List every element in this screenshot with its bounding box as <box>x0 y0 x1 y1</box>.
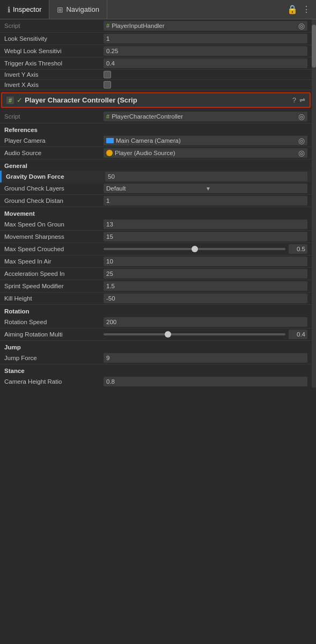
camera-height-ratio-value[interactable]: 0.8 <box>104 377 307 386</box>
kill-height-row: Kill Height -50 <box>0 292 312 305</box>
max-speed-air-value[interactable]: 10 <box>104 257 307 266</box>
webgl-sensitivity-label: Webgl Look Sensitivi <box>4 48 104 54</box>
script-label-pcc: Script <box>4 113 104 120</box>
jump-force-value[interactable]: 9 <box>104 353 307 363</box>
player-camera-label: Player Camera <box>4 137 104 144</box>
camera-icon <box>106 138 114 143</box>
invert-y-row: Invert Y Axis <box>0 70 312 80</box>
navigation-icon: ⊞ <box>57 5 63 14</box>
movement-header: Movement <box>0 207 312 218</box>
max-speed-air-label: Max Speed In Air <box>4 258 104 265</box>
audio-target-icon[interactable]: ◎ <box>298 149 305 157</box>
script-row-pcc: Script # PlayerCharacterController ◎ <box>0 110 312 123</box>
movement-sharpness-row: Movement Sharpness 15 <box>0 231 312 243</box>
audio-source-value[interactable]: Player (Audio Source) ◎ <box>104 148 307 158</box>
player-camera-row: Player Camera Main Camera (Camera) ◎ <box>0 135 312 147</box>
references-header: References <box>0 123 312 135</box>
trigger-axis-value[interactable]: 0.4 <box>104 58 307 68</box>
ground-check-distance-label: Ground Check Distan <box>4 197 104 204</box>
ground-check-layers-value: Default <box>106 185 205 192</box>
help-icon[interactable]: ? <box>292 96 296 104</box>
scrollbar-thumb[interactable] <box>312 25 316 68</box>
invert-x-row: Invert X Axis <box>0 80 312 90</box>
stance-header: Stance <box>0 364 312 376</box>
jump-force-label: Jump Force <box>4 355 104 361</box>
player-camera-ref-text: Main Camera (Camera) <box>116 137 181 144</box>
target-icon-input[interactable]: ◎ <box>298 21 305 30</box>
aiming-rotation-slider[interactable] <box>104 333 285 335</box>
camera-target-icon[interactable]: ◎ <box>298 136 305 145</box>
inspector-content-wrapper: Script # PlayerInputHandler ◎ Look Sensi… <box>0 19 316 387</box>
ground-check-distance-value[interactable]: 1 <box>104 196 307 206</box>
component-enabled-checkbox[interactable]: ✓ <box>17 96 23 104</box>
audio-source-ref-text: Player (Audio Source) <box>115 150 175 156</box>
tab-navigation-label: Navigation <box>66 5 99 13</box>
rotation-speed-value[interactable]: 200 <box>104 317 307 327</box>
camera-height-ratio-label: Camera Height Ratio <box>4 378 104 385</box>
sprint-speed-value[interactable]: 1.5 <box>104 281 307 291</box>
tab-actions: 🔒 ⋮ <box>287 4 316 14</box>
max-speed-ground-label: Max Speed On Groun <box>4 221 104 228</box>
script-value-input[interactable]: # PlayerInputHandler ◎ <box>104 21 307 31</box>
target-icon-pcc[interactable]: ◎ <box>298 112 305 121</box>
kill-height-value[interactable]: -50 <box>104 294 307 303</box>
player-camera-value[interactable]: Main Camera (Camera) ◎ <box>104 136 307 145</box>
webgl-sensitivity-row: Webgl Look Sensitivi 0.25 <box>0 45 312 57</box>
audio-icon <box>106 150 113 156</box>
max-speed-ground-value[interactable]: 13 <box>104 219 307 229</box>
inspector-icon: ℹ <box>8 5 10 14</box>
component-title: Player Character Controller (Scrip <box>25 96 292 104</box>
menu-icon[interactable]: ⋮ <box>302 4 311 14</box>
lock-icon[interactable]: 🔒 <box>287 4 298 14</box>
acceleration-speed-value[interactable]: 25 <box>104 269 307 279</box>
webgl-sensitivity-value[interactable]: 0.25 <box>104 46 307 56</box>
max-speed-air-row: Max Speed In Air 10 <box>0 255 312 268</box>
max-speed-crouched-row: Max Speed Crouched <box>0 243 312 255</box>
general-header: General <box>0 159 312 171</box>
max-speed-crouched-slider-value[interactable] <box>289 244 307 254</box>
gravity-down-force-label: Gravity Down Force <box>6 173 105 180</box>
max-speed-crouched-slider[interactable] <box>104 248 285 250</box>
tab-navigation[interactable]: ⊞ Navigation <box>49 0 107 19</box>
invert-x-label: Invert X Axis <box>4 82 104 88</box>
gravity-down-force-value[interactable]: 50 <box>105 172 307 181</box>
rotation-header: Rotation <box>0 305 312 316</box>
sprint-speed-row: Sprint Speed Modifier 1.5 <box>0 280 312 292</box>
max-speed-crouched-label: Max Speed Crouched <box>4 246 104 252</box>
kill-height-label: Kill Height <box>4 295 104 302</box>
look-sensitivity-row: Look Sensitivity 1 <box>0 33 312 45</box>
aiming-rotation-slider-value[interactable] <box>289 330 307 339</box>
script-value-pcc[interactable]: # PlayerCharacterController ◎ <box>104 112 307 121</box>
scrollbar[interactable] <box>312 19 316 387</box>
component-hash-icon: # <box>6 97 14 104</box>
aiming-rotation-label: Aiming Rotation Multi <box>4 331 104 338</box>
script-name-pcc: PlayerCharacterController <box>112 113 183 120</box>
sprint-speed-label: Sprint Speed Modifier <box>4 283 104 289</box>
player-character-controller-header[interactable]: # ✓ Player Character Controller (Scrip ?… <box>1 92 311 108</box>
component-header-actions: ? ⇌ <box>292 96 305 104</box>
script-label-input: Script <box>4 23 104 29</box>
jump-force-row: Jump Force 9 <box>0 352 312 364</box>
tab-bar: ℹ Inspector ⊞ Navigation 🔒 ⋮ <box>0 0 316 19</box>
audio-source-label: Audio Source <box>4 150 104 156</box>
audio-source-row: Audio Source Player (Audio Source) ◎ <box>0 147 312 159</box>
movement-sharpness-value[interactable]: 15 <box>104 232 307 241</box>
tab-inspector[interactable]: ℹ Inspector <box>0 0 49 19</box>
acceleration-speed-label: Acceleration Speed In <box>4 270 104 277</box>
ground-check-layers-dropdown[interactable]: Default ▼ <box>104 184 307 193</box>
ground-check-layers-row: Ground Check Layers Default ▼ <box>0 182 312 195</box>
player-input-handler-component: Script # PlayerInputHandler ◎ Look Sensi… <box>0 19 312 90</box>
rotation-speed-label: Rotation Speed <box>4 319 104 325</box>
camera-height-ratio-row: Camera Height Ratio 0.8 <box>0 376 312 387</box>
aiming-rotation-slider-container <box>104 330 307 339</box>
movement-sharpness-label: Movement Sharpness <box>4 233 104 240</box>
script-row-input-handler: Script # PlayerInputHandler ◎ <box>0 19 312 33</box>
invert-y-checkbox[interactable] <box>104 71 111 78</box>
script-hash-icon-pcc: # <box>106 113 109 120</box>
look-sensitivity-value[interactable]: 1 <box>104 34 307 43</box>
rotation-speed-row: Rotation Speed 200 <box>0 316 312 328</box>
invert-x-checkbox[interactable] <box>104 81 111 89</box>
invert-y-label: Invert Y Axis <box>4 71 104 78</box>
settings-icon[interactable]: ⇌ <box>299 96 305 104</box>
tab-inspector-label: Inspector <box>13 5 41 13</box>
